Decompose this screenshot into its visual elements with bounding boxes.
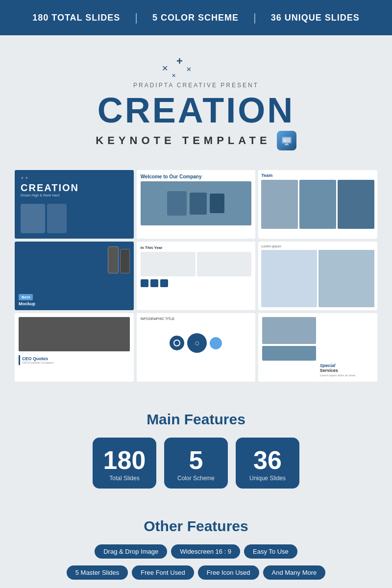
slide9-special: Special bbox=[320, 363, 373, 368]
slide-thumb-9: Special Services Lorem ipsum dolor sit a… bbox=[258, 313, 377, 382]
svg-rect-3 bbox=[284, 145, 289, 146]
feature-card-36: 36 Unique Slides bbox=[236, 438, 299, 489]
slide6-ceo: CEO Quotes bbox=[22, 356, 54, 361]
slide-thumb-4: Best Mockup bbox=[15, 242, 134, 310]
svg-text:K: K bbox=[284, 139, 290, 142]
other-features-bold: Features bbox=[187, 518, 248, 534]
feature-number-180: 180 bbox=[103, 447, 146, 473]
slide-thumb-6: Lorem ipsum bbox=[258, 242, 377, 310]
other-features-title: Other Features bbox=[10, 518, 382, 535]
svg-rect-2 bbox=[285, 144, 288, 145]
feature-number-5: 5 bbox=[189, 447, 203, 473]
tag-drag-drop: Drag & Drop Image bbox=[95, 544, 167, 559]
slide9-services: Services bbox=[320, 368, 373, 373]
present-text: PRADIPTA CREATIVE PRESENT bbox=[10, 82, 382, 89]
feature-card-180: 180 Total Slides bbox=[93, 438, 156, 489]
main-features-title: Main Features bbox=[10, 411, 382, 428]
features-cards: 180 Total Slides 5 Color Scheme 36 Uniqu… bbox=[10, 438, 382, 489]
feature-label-180: Total Slides bbox=[109, 475, 139, 482]
slides-preview: ✦ ✦ CREATION Dream High & Work Hard Welc… bbox=[0, 160, 392, 396]
keynote-icon: K bbox=[277, 131, 296, 150]
tag-easy-to-use: Easy To Use bbox=[244, 544, 297, 559]
tags-row: Drag & Drop Image Widescreen 16 : 9 Easy… bbox=[10, 544, 382, 559]
slide5-badge: Best bbox=[19, 294, 33, 300]
slide-thumb-1: ✦ ✦ CREATION Dream High & Work Hard bbox=[15, 170, 134, 239]
total-slides-label: 180 TOTAL SLIDES bbox=[18, 13, 135, 23]
slide-thumb-5: In This Year bbox=[137, 242, 256, 310]
slide-thumb-2: Welcome to Our Company bbox=[137, 170, 256, 239]
tag-widescreen: Widescreen 16 : 9 bbox=[171, 544, 240, 559]
slide-thumb-7: CEO Quotes CEO/Creation Company bbox=[15, 313, 134, 382]
slide2-welcome: Welcome to Our Company bbox=[141, 174, 252, 179]
keynote-label: KEYNOTE TEMPLATE bbox=[96, 134, 270, 147]
tag-master-slides: 5 Master Slides bbox=[67, 565, 128, 580]
slide1-title: CREATION bbox=[21, 182, 128, 194]
feature-card-5: 5 Color Scheme bbox=[164, 438, 228, 489]
feature-label-5: Color Scheme bbox=[177, 475, 215, 482]
color-scheme-label: 5 COLOR SCHEME bbox=[138, 13, 253, 23]
feature-label-36: Unique Slides bbox=[249, 475, 286, 482]
feature-number-36: 36 bbox=[253, 447, 282, 473]
keynote-subtitle: KEYNOTE TEMPLATE K bbox=[10, 131, 382, 150]
slide-thumb-8: INFOGRAPHIC TITLE ⬡ bbox=[137, 313, 256, 382]
main-features-bold: Features bbox=[184, 411, 245, 427]
tags-row-2: 5 Master Slides Free Font Used Free Icon… bbox=[10, 565, 382, 580]
slide1-subtitle: Dream High & Work Hard bbox=[21, 194, 128, 197]
unique-slides-label: 36 UNIQUE SLIDES bbox=[256, 13, 374, 23]
hero-section: + ✕ ✕ ✕ PRADIPTA CREATIVE PRESENT CREATI… bbox=[0, 35, 392, 160]
main-title: CREATION bbox=[10, 93, 382, 128]
top-banner: 180 TOTAL SLIDES | 5 COLOR SCHEME | 36 U… bbox=[0, 0, 392, 35]
slides-grid: ✦ ✦ CREATION Dream High & Work Hard Welc… bbox=[15, 170, 377, 382]
other-features-section: Other Features Drag & Drop Image Widescr… bbox=[0, 513, 392, 588]
slide-thumb-3: Team bbox=[258, 170, 377, 239]
slide5-label: Mockup bbox=[19, 301, 130, 306]
features-section: Main Features 180 Total Slides 5 Color S… bbox=[0, 396, 392, 513]
tag-many-more: And Many More bbox=[263, 565, 326, 580]
tag-free-icon: Free Icon Used bbox=[198, 565, 259, 580]
slide3-team-label: Team bbox=[261, 173, 374, 178]
tag-free-font: Free Font Used bbox=[132, 565, 194, 580]
main-features-normal: Main bbox=[147, 411, 184, 427]
other-features-normal: Other bbox=[144, 518, 187, 534]
